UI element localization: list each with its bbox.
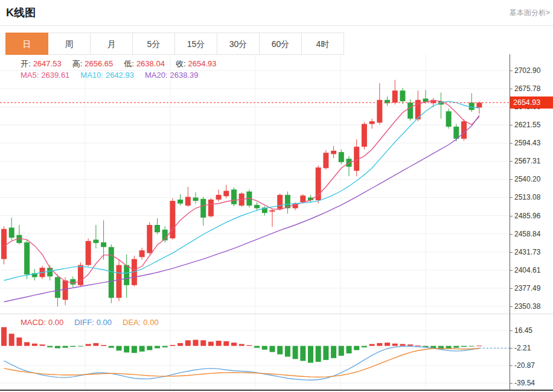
ma-readout: MA5:2639.61MA10:2642.93MA20:2638.39 bbox=[21, 71, 209, 80]
readout-value: 0.00 bbox=[143, 318, 158, 327]
main-tick-6: 2540.20 bbox=[510, 175, 553, 183]
readout-item: 高:2656.65 bbox=[72, 59, 116, 68]
readout-item: MA5:2639.61 bbox=[21, 71, 72, 80]
period-tab-bar: 日周月5分15分30分60分4时 bbox=[6, 33, 344, 55]
panel-separator bbox=[0, 314, 553, 314]
readout-label: DEA: bbox=[123, 318, 141, 327]
main-tick-10: 2431.73 bbox=[510, 248, 553, 256]
main-tick-7: 2513.08 bbox=[510, 193, 553, 201]
main-candlestick-chart[interactable] bbox=[0, 54, 510, 314]
readout-value: 0.00 bbox=[97, 318, 112, 327]
macd-readout: MACD:0.00DIFF:0.00DEA:0.00 bbox=[21, 318, 170, 327]
readout-value: 0.00 bbox=[48, 318, 63, 327]
header-divider bbox=[0, 25, 553, 26]
readout-label: 低: bbox=[124, 59, 134, 68]
macd-tick-3: -39.54 bbox=[510, 379, 553, 387]
readout-label: DIFF: bbox=[74, 318, 94, 327]
main-tick-3: 2621.55 bbox=[510, 121, 553, 129]
readout-label: 开: bbox=[21, 59, 31, 68]
readout-item: 收:2654.93 bbox=[176, 59, 219, 68]
readout-value: 2638.04 bbox=[136, 59, 165, 68]
readout-label: 收: bbox=[176, 59, 186, 68]
main-tick-8: 2485.96 bbox=[510, 212, 553, 220]
readout-item: 开:2647.53 bbox=[21, 59, 64, 68]
macd-tick-2: -20.87 bbox=[510, 361, 553, 370]
tab-period-0[interactable]: 日 bbox=[5, 33, 48, 55]
kline-page: K线图 基本面分析> 日周月5分15分30分60分4时 开:2647.53高:2… bbox=[0, 0, 553, 392]
readout-label: MA20: bbox=[145, 71, 168, 80]
readout-value: 2642.93 bbox=[106, 71, 134, 80]
readout-item: MACD:0.00 bbox=[21, 318, 66, 327]
main-tick-0: 2702.90 bbox=[510, 66, 553, 75]
readout-item: 低:2638.04 bbox=[124, 59, 167, 68]
main-tick-4: 2594.43 bbox=[510, 139, 553, 147]
tab-period-7[interactable]: 4时 bbox=[301, 33, 344, 55]
chart-bottom-border bbox=[0, 390, 553, 391]
readout-label: MA5: bbox=[21, 71, 39, 80]
readout-value: 2647.53 bbox=[33, 59, 62, 68]
current-price-badge: 2654.93 bbox=[510, 96, 553, 109]
readout-label: MA10: bbox=[80, 71, 103, 80]
main-tick-12: 2377.49 bbox=[510, 284, 553, 292]
readout-item: MA20:2638.39 bbox=[145, 71, 201, 80]
tab-period-6[interactable]: 60分 bbox=[259, 33, 302, 55]
readout-item: MA10:2642.93 bbox=[80, 71, 136, 80]
macd-tick-0: 16.45 bbox=[510, 326, 553, 335]
tab-period-3[interactable]: 5分 bbox=[132, 33, 175, 55]
main-tick-5: 2567.31 bbox=[510, 157, 553, 165]
readout-value: 2638.39 bbox=[170, 71, 199, 80]
tab-period-1[interactable]: 周 bbox=[48, 33, 91, 55]
main-tick-1: 2675.78 bbox=[510, 84, 553, 93]
readout-value: 2656.65 bbox=[85, 59, 113, 68]
tab-period-5[interactable]: 30分 bbox=[217, 33, 260, 55]
page-title: K线图 bbox=[6, 5, 36, 20]
readout-label: 高: bbox=[72, 59, 83, 68]
readout-value: 2639.61 bbox=[41, 71, 69, 80]
macd-tick-1: -2.21 bbox=[510, 344, 553, 352]
tab-period-2[interactable]: 月 bbox=[90, 33, 133, 55]
readout-item: DIFF:0.00 bbox=[74, 318, 114, 327]
main-tick-11: 2404.61 bbox=[510, 266, 553, 274]
readout-label: MACD: bbox=[21, 318, 46, 327]
readout-item: DEA:0.00 bbox=[123, 318, 161, 327]
readout-value: 2654.93 bbox=[188, 59, 217, 68]
ohlc-readout: 开:2647.53高:2656.65低:2638.04收:2654.93 bbox=[21, 58, 228, 69]
main-tick-9: 2458.84 bbox=[510, 230, 553, 238]
main-tick-13: 2350.38 bbox=[510, 302, 553, 311]
fundamental-analysis-link[interactable]: 基本面分析> bbox=[510, 8, 550, 18]
tab-period-4[interactable]: 15分 bbox=[174, 33, 217, 55]
